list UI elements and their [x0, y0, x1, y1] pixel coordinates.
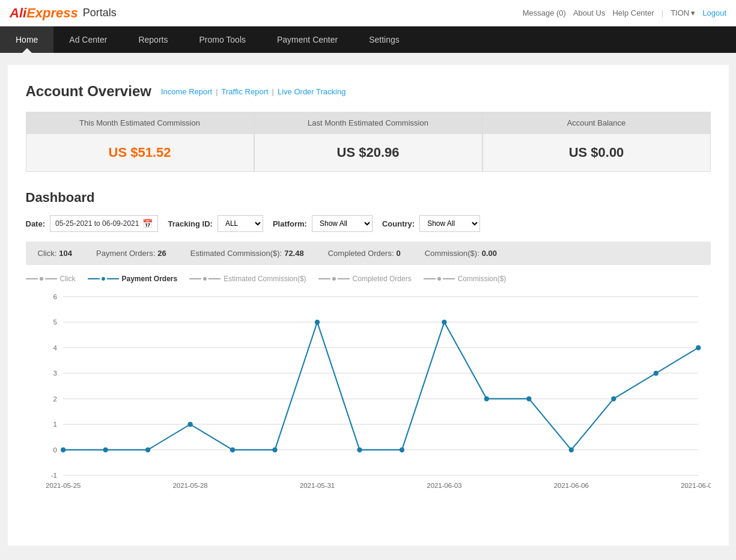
live-order-tracking-link[interactable]: Live Order Tracking	[278, 87, 345, 96]
last-month-value: US $20.96	[255, 134, 482, 171]
logo-area: AliExpress Portals	[10, 5, 117, 21]
stat-completed-orders: Completed Orders: 0	[328, 249, 401, 258]
svg-text:0: 0	[53, 446, 56, 454]
sep2: |	[272, 87, 274, 96]
help-center-link[interactable]: Help Center	[612, 8, 654, 17]
svg-point-31	[442, 320, 446, 325]
date-label: Date:	[26, 219, 46, 228]
svg-text:2021-05-28: 2021-05-28	[172, 482, 207, 489]
nav-bar: Home Ad Center Reports Promo Tools Payme…	[0, 26, 736, 53]
account-overview-header: Account Overview Income Report | Traffic…	[26, 83, 711, 100]
nav-item-reports[interactable]: Reports	[123, 26, 183, 53]
nav-item-ad-center[interactable]: Ad Center	[53, 26, 123, 53]
stat-completed-label: Completed Orders:	[328, 249, 394, 258]
legend-completed-orders-label: Completed Orders	[353, 275, 412, 283]
account-dropdown[interactable]: TION ▾	[671, 8, 695, 17]
stat-est-commission: Estimated Commission($): 72.48	[190, 249, 304, 258]
filters-row: Date: 05-25-2021 to 06-09-2021 📅 Trackin…	[26, 215, 711, 232]
account-balance-title: Account Balance	[483, 112, 710, 134]
income-report-link[interactable]: Income Report	[161, 87, 212, 96]
last-month-card: Last Month Estimated Commission US $20.9…	[254, 112, 482, 172]
svg-text:5: 5	[53, 318, 56, 326]
platform-select[interactable]: Show All	[312, 215, 373, 232]
svg-point-34	[568, 447, 573, 452]
date-filter: Date: 05-25-2021 to 06-09-2021 📅	[26, 215, 159, 232]
tracking-filter: Tracking ID: ALL	[168, 215, 263, 232]
svg-text:2021-06-09: 2021-06-09	[681, 482, 711, 489]
legend-payment-orders: Payment Orders	[88, 275, 178, 283]
commission-cards: This Month Estimated Commission US $51.5…	[26, 112, 711, 172]
this-month-value: US $51.52	[26, 134, 254, 171]
traffic-report-link[interactable]: Traffic Report	[222, 87, 269, 96]
about-us-link[interactable]: About Us	[573, 8, 605, 17]
svg-text:3: 3	[53, 370, 56, 377]
svg-point-25	[187, 422, 192, 427]
stat-commission-value: 0.00	[482, 249, 497, 258]
stat-payment-label: Payment Orders:	[96, 249, 155, 258]
chevron-down-icon: ▾	[691, 8, 695, 17]
legend-click-label: Click	[60, 275, 76, 283]
message-link[interactable]: Message (0)	[523, 8, 566, 17]
platform-label: Platform:	[273, 219, 307, 228]
legend-commission-label: Commission($)	[458, 275, 506, 283]
svg-point-27	[272, 447, 277, 452]
stat-click-value: 104	[59, 249, 72, 258]
svg-text:1: 1	[53, 421, 56, 428]
stat-commission-label: Commission($):	[425, 249, 479, 258]
svg-point-24	[145, 447, 150, 452]
legend-click: Click	[26, 275, 76, 283]
legend-commission: Commission($)	[424, 275, 506, 283]
legend-est-commission: Estimated Commission($)	[189, 275, 306, 283]
legend-completed-orders: Completed Orders	[318, 275, 412, 283]
last-month-title: Last Month Estimated Commission	[255, 112, 482, 134]
sep1: |	[216, 87, 217, 96]
stat-commission: Commission($): 0.00	[425, 249, 497, 258]
calendar-icon: 📅	[142, 219, 153, 228]
svg-point-33	[526, 396, 531, 401]
nav-item-promo-tools[interactable]: Promo Tools	[183, 26, 261, 53]
svg-point-22	[61, 447, 65, 452]
svg-text:2: 2	[53, 395, 56, 403]
portals-label: Portals	[83, 7, 117, 19]
stat-completed-value: 0	[397, 249, 401, 258]
stats-bar: Click: 104 Payment Orders: 26 Estimated …	[26, 242, 711, 265]
nav-item-payment-center[interactable]: Payment Center	[261, 26, 353, 53]
svg-text:2021-06-06: 2021-06-06	[553, 482, 588, 489]
tracking-label: Tracking ID:	[168, 219, 212, 228]
svg-point-37	[696, 345, 701, 350]
svg-text:4: 4	[53, 344, 57, 352]
account-overview-title: Account Overview	[26, 83, 151, 100]
date-value: 05-25-2021 to 06-09-2021	[55, 219, 139, 228]
dashboard-title: Dashboard	[26, 190, 711, 205]
svg-point-35	[611, 396, 616, 401]
date-input[interactable]: 05-25-2021 to 06-09-2021 📅	[50, 215, 158, 232]
svg-text:-1: -1	[50, 472, 56, 479]
account-balance-card: Account Balance US $0.00	[482, 112, 711, 172]
nav-item-settings[interactable]: Settings	[353, 26, 415, 53]
svg-point-36	[653, 371, 658, 376]
logout-link[interactable]: Logout	[702, 8, 726, 17]
logo: AliExpress	[10, 5, 78, 21]
top-bar: AliExpress Portals Message (0) About Us …	[0, 0, 736, 26]
country-select[interactable]: Show All	[419, 215, 480, 232]
svg-point-32	[484, 396, 488, 401]
svg-point-28	[314, 320, 319, 325]
svg-text:2021-05-25: 2021-05-25	[46, 482, 81, 489]
platform-filter: Platform: Show All	[273, 215, 373, 232]
tracking-select[interactable]: ALL	[217, 215, 263, 232]
line-chart: 6 5 4 3 2 1 0 -1 2021-05-25 2021-05-28 2…	[26, 290, 711, 495]
this-month-title: This Month Estimated Commission	[26, 112, 254, 134]
chart-legend: Click Payment Orders Estimated Commissio…	[26, 275, 711, 283]
stat-click-label: Click:	[38, 249, 57, 258]
stat-click: Click: 104	[38, 249, 72, 258]
svg-point-23	[103, 447, 108, 452]
legend-est-commission-label: Estimated Commission($)	[224, 275, 306, 283]
nav-item-home[interactable]: Home	[0, 26, 53, 53]
stat-payment-value: 26	[157, 249, 166, 258]
separator: |	[661, 8, 663, 17]
legend-payment-orders-label: Payment Orders	[122, 275, 178, 283]
country-filter: Country: Show All	[382, 215, 480, 232]
stat-est-commission-value: 72.48	[284, 249, 304, 258]
svg-text:2021-06-03: 2021-06-03	[427, 482, 461, 489]
svg-text:2021-05-31: 2021-05-31	[299, 482, 334, 489]
